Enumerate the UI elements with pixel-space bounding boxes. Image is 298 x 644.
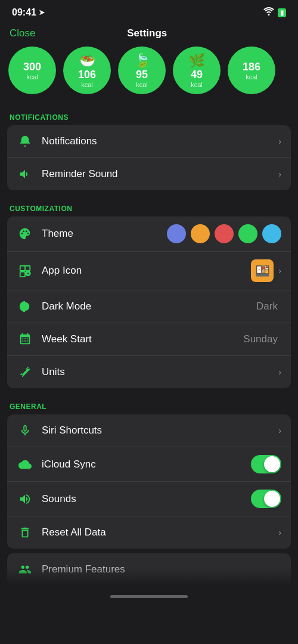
kcal-value-2: 106: [78, 69, 96, 81]
units-right: ›: [277, 367, 281, 377]
app-icon-chevron: ›: [278, 266, 281, 275]
food-circle-3[interactable]: 🍃 95 kcal: [118, 47, 166, 94]
dark-mode-value: Dark: [256, 301, 278, 312]
icloud-toggle[interactable]: [251, 455, 281, 473]
kcal-label-3: kcal: [136, 81, 148, 88]
notifications-chevron: ›: [278, 137, 281, 146]
kcal-label-1: kcal: [26, 73, 38, 80]
reset-right: ›: [277, 528, 281, 537]
app-icon-label: App Icon: [42, 265, 251, 277]
kcal-value-1: 300: [23, 61, 41, 73]
section-customization: CUSTOMIZATION Theme: [0, 195, 298, 388]
section-header-general: GENERAL: [0, 393, 298, 414]
row-theme[interactable]: Theme: [7, 216, 291, 252]
cloud-icon: [17, 456, 33, 473]
food-circle-1[interactable]: 300 kcal: [8, 47, 56, 94]
week-start-right: Sunday: [243, 333, 281, 345]
mic-icon: [17, 422, 33, 439]
bottom-bar: [0, 590, 298, 603]
kcal-label-2: kcal: [81, 81, 93, 88]
ruler-icon: [17, 364, 33, 380]
theme-color-blue[interactable]: [167, 224, 186, 243]
section-body-customization: Theme App Icon 🍱 ›: [7, 216, 291, 388]
sounds-right: [251, 490, 281, 508]
section-header-customization: CUSTOMIZATION: [0, 195, 298, 216]
kcal-value-5: 186: [243, 61, 260, 73]
food-circles-row: 300 kcal 🥗 106 kcal 🍃 95 kcal 🌿 49 kcal …: [0, 47, 298, 104]
location-icon: ➤: [39, 8, 45, 17]
siri-chevron: ›: [278, 426, 281, 435]
sounds-toggle[interactable]: [251, 490, 281, 508]
week-start-value: Sunday: [243, 333, 278, 345]
units-chevron: ›: [278, 367, 281, 377]
row-notifications[interactable]: Notifications ›: [7, 125, 291, 158]
section-body-general: Siri Shortcuts › iCloud Sync: [7, 414, 291, 549]
wifi-icon: [263, 7, 274, 18]
theme-color-orange[interactable]: [191, 224, 210, 243]
speaker-icon: [17, 166, 33, 182]
appicon-icon: [17, 262, 33, 279]
row-icloud[interactable]: iCloud Sync: [7, 447, 291, 482]
icloud-right: [251, 455, 281, 473]
calendar-icon: [17, 331, 33, 348]
section-body-premium: Premium Features: [7, 553, 291, 586]
premium-label: Premium Features: [42, 564, 125, 575]
reminder-sound-right: ›: [277, 169, 281, 179]
food-circle-5[interactable]: 186 kcal: [228, 47, 275, 94]
food-circle-4[interactable]: 🌿 49 kcal: [173, 47, 221, 94]
status-icons: ▮: [263, 7, 286, 18]
trash-icon: [17, 524, 33, 541]
reset-chevron: ›: [278, 528, 281, 537]
battery-icon: ▮: [278, 8, 286, 17]
sounds-label: Sounds: [42, 493, 251, 505]
bell-icon: [17, 133, 33, 150]
row-sounds[interactable]: Sounds: [7, 482, 291, 516]
page-title: Settings: [127, 27, 167, 39]
nav-bar: Close Settings: [0, 23, 298, 47]
row-week-start[interactable]: Week Start Sunday: [7, 323, 291, 356]
palette-icon: [17, 225, 33, 242]
app-icon-preview: 🍱: [251, 259, 274, 282]
notifications-right: ›: [277, 137, 281, 146]
app-icon-emoji: 🍱: [255, 264, 270, 278]
section-premium-partial: Premium Features: [0, 553, 298, 586]
close-button[interactable]: Close: [10, 27, 35, 39]
siri-label: Siri Shortcuts: [42, 425, 277, 436]
theme-color-red[interactable]: [215, 224, 234, 243]
theme-color-cyan[interactable]: [262, 224, 281, 243]
row-units[interactable]: Units ›: [7, 356, 291, 388]
status-time: 09:41 ➤: [12, 7, 45, 18]
kcal-label-4: kcal: [191, 81, 203, 88]
speaker2-icon: [17, 491, 33, 507]
units-label: Units: [42, 366, 277, 378]
reset-label: Reset All Data: [42, 527, 277, 538]
scroll-indicator: [110, 595, 188, 598]
food-circle-2[interactable]: 🥗 106 kcal: [63, 47, 111, 94]
row-app-icon[interactable]: App Icon 🍱 ›: [7, 252, 291, 290]
dark-mode-right: Dark: [256, 301, 281, 312]
row-reminder-sound[interactable]: Reminder Sound ›: [7, 158, 291, 190]
week-start-label: Week Start: [42, 333, 243, 345]
section-general: GENERAL Siri Shortcuts › iCloud Sync: [0, 393, 298, 549]
reminder-sound-label: Reminder Sound: [42, 168, 277, 180]
app-icon-right: 🍱 ›: [251, 259, 281, 282]
section-header-notifications: NOTIFICATIONS: [0, 104, 298, 125]
row-dark-mode[interactable]: Dark Mode Dark: [7, 290, 291, 323]
row-siri[interactable]: Siri Shortcuts ›: [7, 414, 291, 447]
dark-mode-label: Dark Mode: [42, 301, 256, 312]
food-icon-3: 🍃: [134, 53, 150, 69]
siri-right: ›: [277, 426, 281, 435]
notifications-label: Notifications: [42, 135, 277, 147]
food-icon-2: 🥗: [79, 53, 95, 69]
theme-colors: [167, 224, 281, 243]
kcal-value-3: 95: [136, 69, 148, 81]
reminder-sound-chevron: ›: [278, 169, 281, 179]
icloud-label: iCloud Sync: [42, 459, 251, 470]
halfcircle-icon: [17, 298, 33, 315]
kcal-value-4: 49: [191, 69, 203, 81]
theme-color-green[interactable]: [238, 224, 257, 243]
row-reset[interactable]: Reset All Data ›: [7, 516, 291, 549]
row-premium[interactable]: Premium Features: [7, 553, 291, 586]
kcal-label-5: kcal: [246, 73, 257, 80]
section-body-notifications: Notifications › Reminder Sound ›: [7, 125, 291, 190]
